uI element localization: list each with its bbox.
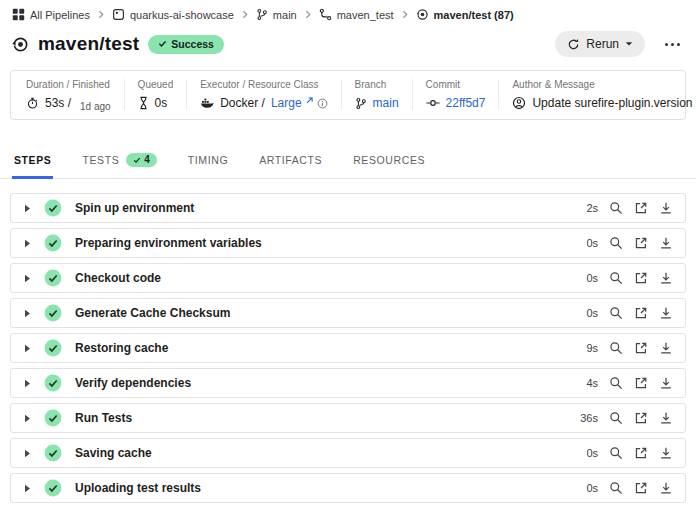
step-row[interactable]: Saving cache 0s — [10, 438, 686, 468]
download-icon[interactable] — [659, 236, 673, 250]
summary-author: Author & Message Update surefire-plugin.… — [498, 79, 696, 110]
step-row[interactable]: Checkout code 0s — [10, 263, 686, 293]
steps-list: Spin up environment 2s Preparing environ… — [0, 179, 696, 505]
step-duration: 9s — [576, 342, 598, 354]
expand-caret-icon — [24, 274, 33, 283]
branch-link[interactable]: main — [373, 96, 399, 110]
breadcrumb-item-job[interactable]: maven/test (87) — [416, 8, 514, 21]
hourglass-icon — [138, 96, 149, 110]
chevron-right-icon — [304, 10, 312, 19]
expand-caret-icon — [24, 344, 33, 353]
search-icon[interactable] — [609, 481, 623, 495]
summary-queued: Queued 0s — [124, 79, 187, 110]
expand-caret-icon — [24, 484, 33, 493]
download-icon[interactable] — [659, 446, 673, 460]
page-title: maven/test — [38, 33, 139, 55]
step-row[interactable]: Preparing environment variables 0s — [10, 228, 686, 258]
open-external-icon[interactable] — [634, 201, 648, 215]
info-icon[interactable] — [317, 98, 328, 109]
open-external-icon[interactable] — [634, 236, 648, 250]
step-duration: 0s — [576, 307, 598, 319]
step-label: Run Tests — [75, 411, 132, 425]
open-external-icon[interactable] — [634, 446, 648, 460]
branch-icon — [355, 97, 367, 110]
download-icon[interactable] — [659, 411, 673, 425]
summary-executor: Executor / Resource Class Docker / Large — [186, 79, 340, 110]
external-arrow-icon — [306, 97, 313, 104]
job-summary-card: Duration / Finished 53s / 1d ago Queued … — [10, 70, 686, 120]
chevron-down-icon — [625, 41, 633, 47]
download-icon[interactable] — [659, 481, 673, 495]
download-icon[interactable] — [659, 306, 673, 320]
search-icon[interactable] — [609, 446, 623, 460]
search-icon[interactable] — [609, 411, 623, 425]
open-external-icon[interactable] — [634, 481, 648, 495]
tests-count-badge: 4 — [126, 153, 157, 167]
success-status-icon — [44, 269, 62, 287]
search-icon[interactable] — [609, 306, 623, 320]
step-label: Checkout code — [75, 271, 161, 285]
search-icon[interactable] — [609, 271, 623, 285]
success-status-icon — [44, 374, 62, 392]
open-external-icon[interactable] — [634, 271, 648, 285]
step-duration: 0s — [576, 482, 598, 494]
tab-resources[interactable]: RESOURCES — [351, 143, 427, 179]
more-options-button[interactable] — [661, 37, 684, 52]
step-duration: 0s — [576, 447, 598, 459]
commit-icon — [426, 98, 440, 108]
step-row[interactable]: Restoring cache 9s — [10, 333, 686, 363]
job-tabs: STEPS TESTS 4 TIMING ARTIFACTS RESOURCES — [0, 143, 696, 179]
success-status-icon — [44, 339, 62, 357]
breadcrumb-label: quarkus-ai-showcase — [130, 9, 234, 21]
download-icon[interactable] — [659, 271, 673, 285]
success-status-icon — [44, 444, 62, 462]
download-icon[interactable] — [659, 341, 673, 355]
step-label: Verify dependencies — [75, 376, 191, 390]
search-icon[interactable] — [609, 341, 623, 355]
title-bar: maven/test Success Rerun — [0, 26, 696, 66]
breadcrumb-item-branch[interactable]: main — [256, 8, 297, 21]
breadcrumb-item-workflow[interactable]: maven_test — [319, 8, 394, 21]
resource-class-link[interactable]: Large — [271, 96, 302, 110]
success-status-icon — [44, 479, 62, 497]
expand-caret-icon — [24, 414, 33, 423]
chevron-right-icon — [401, 10, 409, 19]
search-icon[interactable] — [609, 376, 623, 390]
job-status-icon — [416, 8, 429, 21]
step-label: Restoring cache — [75, 341, 168, 355]
download-icon[interactable] — [659, 376, 673, 390]
tab-timing[interactable]: TIMING — [186, 143, 230, 179]
stopwatch-icon — [26, 96, 39, 110]
job-status-icon — [12, 36, 29, 53]
search-icon[interactable] — [609, 201, 623, 215]
breadcrumb-label: maven/test (87) — [434, 9, 514, 21]
open-external-icon[interactable] — [634, 376, 648, 390]
breadcrumb-item-project[interactable]: quarkus-ai-showcase — [112, 8, 234, 21]
tab-tests[interactable]: TESTS 4 — [80, 143, 158, 179]
step-row[interactable]: Verify dependencies 4s — [10, 368, 686, 398]
step-row[interactable]: Generate Cache Checksum 0s — [10, 298, 686, 328]
open-external-icon[interactable] — [634, 341, 648, 355]
check-icon — [158, 39, 167, 48]
breadcrumb-label: maven_test — [337, 9, 394, 21]
commit-link[interactable]: 22ff5d7 — [446, 96, 486, 110]
open-external-icon[interactable] — [634, 306, 648, 320]
success-status-icon — [44, 409, 62, 427]
tab-artifacts[interactable]: ARTIFACTS — [257, 143, 324, 179]
download-icon[interactable] — [659, 201, 673, 215]
expand-caret-icon — [24, 449, 33, 458]
tab-steps[interactable]: STEPS — [12, 143, 53, 179]
rerun-button[interactable]: Rerun — [555, 31, 645, 57]
expand-caret-icon — [24, 239, 33, 248]
expand-caret-icon — [24, 309, 33, 318]
step-row[interactable]: Uploading test results 0s — [10, 473, 686, 503]
summary-branch: Branch main — [341, 79, 412, 110]
duration-value: 53s / — [45, 96, 71, 110]
step-row[interactable]: Run Tests 36s — [10, 403, 686, 433]
step-row[interactable]: Spin up environment 2s — [10, 193, 686, 223]
executor-value: Docker / — [220, 96, 265, 110]
open-external-icon[interactable] — [634, 411, 648, 425]
summary-duration: Duration / Finished 53s / 1d ago — [11, 79, 124, 110]
search-icon[interactable] — [609, 236, 623, 250]
breadcrumb-item-all-pipelines[interactable]: All Pipelines — [12, 8, 90, 21]
